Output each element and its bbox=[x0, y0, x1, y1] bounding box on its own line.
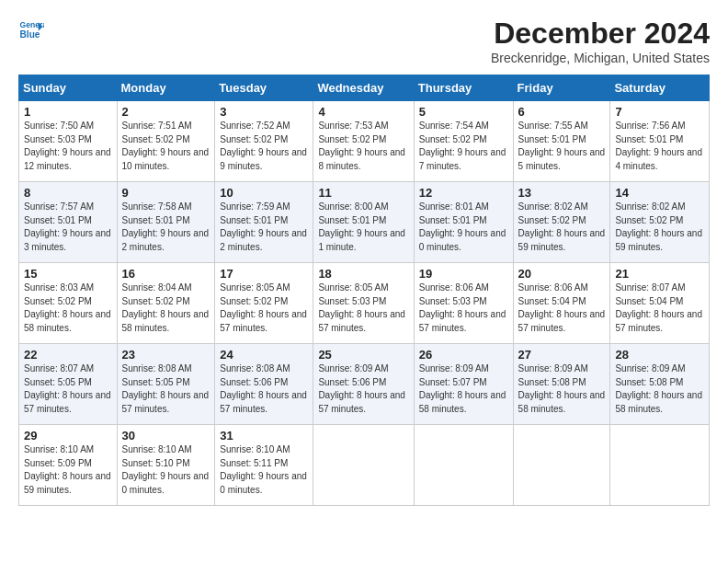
day-info: Sunrise: 7:56 AMSunset: 5:01 PMDaylight:… bbox=[615, 120, 704, 173]
day-number: 29 bbox=[24, 429, 112, 442]
day-info: Sunrise: 8:10 AMSunset: 5:09 PMDaylight:… bbox=[24, 443, 112, 497]
day-info: Sunrise: 7:57 AMSunset: 5:01 PMDaylight:… bbox=[24, 201, 112, 254]
day-info: Sunrise: 7:50 AMSunset: 5:03 PMDaylight:… bbox=[24, 120, 112, 173]
day-number: 31 bbox=[220, 429, 308, 442]
calendar-cell: 21Sunrise: 8:07 AMSunset: 5:04 PMDayligh… bbox=[610, 263, 710, 344]
calendar-week: 29Sunrise: 8:10 AMSunset: 5:09 PMDayligh… bbox=[19, 425, 710, 506]
calendar-cell: 7Sunrise: 7:56 AMSunset: 5:01 PMDaylight… bbox=[610, 101, 710, 182]
day-number: 2 bbox=[122, 105, 210, 119]
day-number: 11 bbox=[318, 186, 408, 200]
day-number: 9 bbox=[122, 186, 210, 200]
day-info: Sunrise: 8:09 AMSunset: 5:08 PMDaylight:… bbox=[518, 362, 606, 416]
calendar-cell: 11Sunrise: 8:00 AMSunset: 5:01 PMDayligh… bbox=[313, 182, 414, 263]
calendar-cell: 4Sunrise: 7:53 AMSunset: 5:02 PMDaylight… bbox=[313, 101, 414, 182]
day-info: Sunrise: 8:07 AMSunset: 5:04 PMDaylight:… bbox=[615, 282, 704, 335]
weekday-header: Friday bbox=[513, 75, 610, 101]
calendar-cell bbox=[513, 425, 610, 506]
day-info: Sunrise: 8:03 AMSunset: 5:02 PMDaylight:… bbox=[24, 282, 112, 335]
calendar-cell: 20Sunrise: 8:06 AMSunset: 5:04 PMDayligh… bbox=[513, 263, 610, 344]
day-number: 22 bbox=[24, 348, 112, 362]
calendar-cell: 31Sunrise: 8:10 AMSunset: 5:11 PMDayligh… bbox=[215, 425, 313, 506]
day-info: Sunrise: 8:08 AMSunset: 5:05 PMDaylight:… bbox=[122, 362, 210, 416]
weekday-header: Thursday bbox=[414, 75, 513, 101]
day-number: 12 bbox=[419, 186, 508, 200]
day-number: 19 bbox=[419, 267, 508, 281]
day-number: 24 bbox=[220, 348, 308, 362]
day-number: 26 bbox=[419, 348, 508, 362]
calendar-cell: 29Sunrise: 8:10 AMSunset: 5:09 PMDayligh… bbox=[19, 425, 118, 506]
calendar-cell: 9Sunrise: 7:58 AMSunset: 5:01 PMDaylight… bbox=[117, 182, 215, 263]
weekday-header: Tuesday bbox=[215, 75, 313, 101]
day-info: Sunrise: 7:59 AMSunset: 5:01 PMDaylight:… bbox=[220, 201, 308, 254]
day-number: 1 bbox=[24, 105, 112, 119]
day-info: Sunrise: 8:09 AMSunset: 5:07 PMDaylight:… bbox=[419, 362, 508, 416]
calendar-cell: 25Sunrise: 8:09 AMSunset: 5:06 PMDayligh… bbox=[313, 344, 414, 425]
calendar-cell: 13Sunrise: 8:02 AMSunset: 5:02 PMDayligh… bbox=[513, 182, 610, 263]
logo: General Blue General Blue bbox=[18, 17, 44, 42]
calendar-cell: 1Sunrise: 7:50 AMSunset: 5:03 PMDaylight… bbox=[19, 101, 118, 182]
day-number: 30 bbox=[122, 429, 210, 442]
day-info: Sunrise: 8:07 AMSunset: 5:05 PMDaylight:… bbox=[24, 362, 112, 416]
day-number: 17 bbox=[220, 267, 308, 281]
day-info: Sunrise: 7:52 AMSunset: 5:02 PMDaylight:… bbox=[220, 120, 308, 173]
day-number: 6 bbox=[518, 105, 606, 119]
day-number: 14 bbox=[615, 186, 704, 200]
calendar-cell bbox=[414, 425, 513, 506]
calendar-cell: 2Sunrise: 7:51 AMSunset: 5:02 PMDaylight… bbox=[117, 101, 215, 182]
calendar-cell bbox=[313, 425, 414, 506]
day-number: 5 bbox=[419, 105, 508, 119]
header: General Blue General Blue December 2024 … bbox=[18, 17, 710, 65]
calendar-cell: 8Sunrise: 7:57 AMSunset: 5:01 PMDaylight… bbox=[19, 182, 118, 263]
day-info: Sunrise: 8:05 AMSunset: 5:02 PMDaylight:… bbox=[220, 282, 308, 335]
weekday-header: Saturday bbox=[610, 75, 710, 101]
day-info: Sunrise: 8:01 AMSunset: 5:01 PMDaylight:… bbox=[419, 201, 508, 254]
day-number: 25 bbox=[318, 348, 408, 362]
day-number: 13 bbox=[518, 186, 606, 200]
svg-text:Blue: Blue bbox=[20, 29, 40, 40]
calendar-cell: 22Sunrise: 8:07 AMSunset: 5:05 PMDayligh… bbox=[19, 344, 118, 425]
day-info: Sunrise: 7:58 AMSunset: 5:01 PMDaylight:… bbox=[122, 201, 210, 254]
calendar-cell: 3Sunrise: 7:52 AMSunset: 5:02 PMDaylight… bbox=[215, 101, 313, 182]
title-block: December 2024 Breckenridge, Michigan, Un… bbox=[491, 17, 710, 65]
calendar-week: 8Sunrise: 7:57 AMSunset: 5:01 PMDaylight… bbox=[19, 182, 710, 263]
calendar-cell: 26Sunrise: 8:09 AMSunset: 5:07 PMDayligh… bbox=[414, 344, 513, 425]
weekday-header: Sunday bbox=[19, 75, 118, 101]
day-number: 7 bbox=[615, 105, 704, 119]
day-number: 23 bbox=[122, 348, 210, 362]
calendar-cell: 12Sunrise: 8:01 AMSunset: 5:01 PMDayligh… bbox=[414, 182, 513, 263]
day-info: Sunrise: 8:02 AMSunset: 5:02 PMDaylight:… bbox=[518, 201, 606, 254]
day-info: Sunrise: 8:08 AMSunset: 5:06 PMDaylight:… bbox=[220, 362, 308, 416]
calendar-cell: 17Sunrise: 8:05 AMSunset: 5:02 PMDayligh… bbox=[215, 263, 313, 344]
day-number: 16 bbox=[122, 267, 210, 281]
calendar: SundayMondayTuesdayWednesdayThursdayFrid… bbox=[18, 75, 710, 506]
day-number: 28 bbox=[615, 348, 704, 362]
calendar-cell: 23Sunrise: 8:08 AMSunset: 5:05 PMDayligh… bbox=[117, 344, 215, 425]
calendar-week: 22Sunrise: 8:07 AMSunset: 5:05 PMDayligh… bbox=[19, 344, 710, 425]
day-number: 15 bbox=[24, 267, 112, 281]
calendar-cell: 15Sunrise: 8:03 AMSunset: 5:02 PMDayligh… bbox=[19, 263, 118, 344]
calendar-cell: 6Sunrise: 7:55 AMSunset: 5:01 PMDaylight… bbox=[513, 101, 610, 182]
calendar-cell: 28Sunrise: 8:09 AMSunset: 5:08 PMDayligh… bbox=[610, 344, 710, 425]
calendar-week: 1Sunrise: 7:50 AMSunset: 5:03 PMDaylight… bbox=[19, 101, 710, 182]
page: General Blue General Blue December 2024 … bbox=[0, 0, 728, 517]
day-info: Sunrise: 8:05 AMSunset: 5:03 PMDaylight:… bbox=[318, 282, 408, 335]
day-number: 18 bbox=[318, 267, 408, 281]
calendar-header: SundayMondayTuesdayWednesdayThursdayFrid… bbox=[19, 75, 710, 101]
day-info: Sunrise: 7:53 AMSunset: 5:02 PMDaylight:… bbox=[318, 120, 408, 173]
calendar-cell: 27Sunrise: 8:09 AMSunset: 5:08 PMDayligh… bbox=[513, 344, 610, 425]
weekday-header: Monday bbox=[117, 75, 215, 101]
day-number: 20 bbox=[518, 267, 606, 281]
day-info: Sunrise: 8:10 AMSunset: 5:10 PMDaylight:… bbox=[122, 443, 210, 497]
day-number: 27 bbox=[518, 348, 606, 362]
day-info: Sunrise: 7:55 AMSunset: 5:01 PMDaylight:… bbox=[518, 120, 606, 173]
calendar-cell: 10Sunrise: 7:59 AMSunset: 5:01 PMDayligh… bbox=[215, 182, 313, 263]
calendar-cell: 19Sunrise: 8:06 AMSunset: 5:03 PMDayligh… bbox=[414, 263, 513, 344]
day-number: 4 bbox=[318, 105, 408, 119]
logo-icon: General Blue bbox=[18, 17, 44, 42]
calendar-cell: 24Sunrise: 8:08 AMSunset: 5:06 PMDayligh… bbox=[215, 344, 313, 425]
day-info: Sunrise: 8:09 AMSunset: 5:06 PMDaylight:… bbox=[318, 362, 408, 416]
weekday-header: Wednesday bbox=[313, 75, 414, 101]
subtitle: Breckenridge, Michigan, United States bbox=[491, 51, 710, 65]
calendar-cell: 16Sunrise: 8:04 AMSunset: 5:02 PMDayligh… bbox=[117, 263, 215, 344]
calendar-cell bbox=[610, 425, 710, 506]
